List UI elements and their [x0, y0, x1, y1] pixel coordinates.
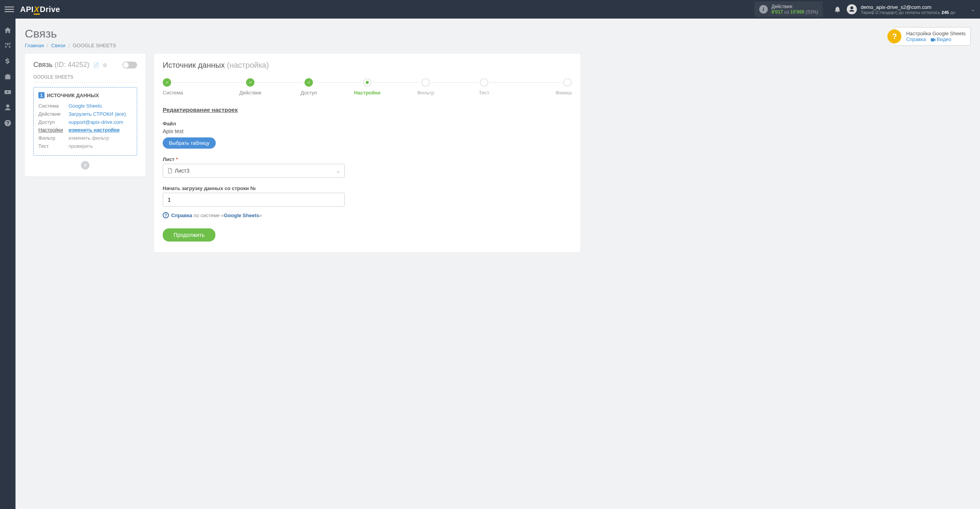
- home-icon[interactable]: [4, 26, 12, 34]
- mc-subtitle: (настройка): [227, 61, 269, 69]
- source-row-key: Фильтр: [38, 134, 69, 142]
- source-row[interactable]: Тестпроверить: [38, 142, 132, 151]
- source-row[interactable]: СистемаGoogle Sheets: [38, 102, 132, 110]
- briefcase-icon[interactable]: [4, 73, 12, 81]
- crumb-home[interactable]: Главная: [25, 43, 44, 48]
- breadcrumb: Главная / Связи / GOOGLE SHEETS: [25, 43, 116, 48]
- question-circle-icon: ?: [163, 212, 169, 218]
- dollar-icon[interactable]: [4, 57, 12, 65]
- video-icon: [930, 38, 936, 42]
- step-label: Доступ: [301, 90, 317, 96]
- stepper: СистемаДействиеДоступНастройкиФильтрТест…: [163, 78, 572, 96]
- file-value: Apix test: [163, 128, 572, 134]
- source-row[interactable]: Настройкиизменить настройки: [38, 126, 132, 134]
- source-row[interactable]: ДействиеЗагрузить СТРОКИ (все): [38, 110, 132, 118]
- user-menu[interactable]: demo_apix-drive_s2@com.com Тариф |Станда…: [847, 4, 975, 15]
- connections-icon[interactable]: [4, 42, 12, 50]
- logo-part-2: X: [34, 5, 40, 15]
- step-доступ[interactable]: Доступ: [280, 78, 338, 96]
- section-title: Редактирование настроек: [163, 106, 572, 113]
- enable-toggle[interactable]: [122, 62, 137, 69]
- file-label: Файл: [163, 121, 572, 127]
- continue-button[interactable]: Продолжить: [163, 228, 215, 242]
- row-label: Начать загрузку данных со строки №: [163, 185, 572, 191]
- top-header: APIXDrive i Действия: 8'017 из 15'000 (5…: [0, 0, 980, 19]
- source-row-value: проверить: [69, 142, 93, 151]
- crumb-current: GOOGLE SHEETS: [73, 43, 116, 48]
- side-card: Связь (ID: 44252) 📄 ⚙ GOOGLE SHEETS 1 ИС…: [25, 54, 146, 177]
- logo-part-3: Drive: [40, 5, 60, 14]
- step-действие[interactable]: Действие: [221, 78, 280, 96]
- side-subtitle: GOOGLE SHEETS: [33, 74, 137, 82]
- mc-title: Источник данных: [163, 61, 225, 69]
- menu-icon[interactable]: [5, 5, 14, 14]
- help-system-name[interactable]: Google Sheets: [224, 213, 259, 218]
- sheet-value: Лист3: [175, 168, 189, 174]
- badge-1: 1: [38, 92, 45, 98]
- step-система[interactable]: Система: [163, 78, 221, 96]
- add-button[interactable]: +: [81, 161, 89, 170]
- info-icon: i: [759, 5, 768, 14]
- source-row-key: Действие: [38, 110, 69, 118]
- row-input[interactable]: [163, 193, 345, 207]
- step-фильтр: Фильтр: [396, 78, 455, 96]
- step-dot: [421, 78, 430, 87]
- source-box: 1 ИСТОЧНИК ДАННЫХ СистемаGoogle SheetsДе…: [33, 87, 137, 156]
- help-video-link[interactable]: Видео: [937, 36, 951, 42]
- side-id: (ID: 44252): [55, 61, 89, 69]
- source-row[interactable]: Доступsupport@apix-drive.com: [38, 118, 132, 127]
- chevron-down-icon: ⌵: [337, 168, 340, 174]
- crumb-links[interactable]: Связи: [51, 43, 65, 48]
- required-mark: *: [176, 156, 178, 162]
- step-dot: [163, 78, 171, 87]
- avatar-icon: [847, 4, 857, 14]
- help-ref-link[interactable]: Справка: [906, 36, 926, 42]
- bell-icon[interactable]: [834, 5, 841, 13]
- step-dot: [363, 78, 371, 87]
- step-label: Действие: [239, 90, 261, 96]
- user-icon[interactable]: [4, 104, 12, 111]
- main-card: Источник данных (настройка) СистемаДейст…: [154, 54, 580, 252]
- left-rail: [0, 19, 15, 509]
- source-row-key: Система: [38, 102, 69, 110]
- source-box-title: ИСТОЧНИК ДАННЫХ: [47, 93, 99, 98]
- help-box: ? Настройка Google Sheets Справка Видео: [894, 27, 971, 46]
- user-tariff: Тариф |Стандарт| до оплаты осталось 245 …: [861, 10, 955, 15]
- source-row-key: Доступ: [38, 118, 69, 127]
- source-row[interactable]: Фильтризменить фильтр: [38, 134, 132, 142]
- step-label: Тест: [479, 90, 489, 96]
- help-icon[interactable]: [4, 119, 12, 127]
- step-dot: [563, 78, 572, 87]
- source-row-key: Настройки: [38, 126, 69, 134]
- source-row-key: Тест: [38, 142, 69, 151]
- help-system-link[interactable]: Справка: [171, 213, 192, 218]
- copy-icon[interactable]: 📄: [93, 62, 99, 68]
- side-title: Связь: [33, 61, 53, 69]
- choose-table-button[interactable]: Выбрать таблицу: [163, 137, 216, 149]
- step-label: Система: [163, 90, 183, 96]
- step-тест: Тест: [455, 78, 513, 96]
- source-row-value: Загрузить СТРОКИ (все): [69, 110, 126, 118]
- step-dot: [246, 78, 254, 87]
- source-row-value: Google Sheets: [69, 102, 102, 110]
- actions-counter[interactable]: i Действия: 8'017 из 15'000 (53%): [755, 2, 823, 17]
- source-row-value: изменить настройки: [69, 126, 120, 134]
- step-финиш: Финиш: [513, 78, 572, 96]
- question-icon[interactable]: ?: [887, 29, 901, 43]
- actions-of: из: [784, 9, 789, 15]
- step-label: Финиш: [555, 90, 572, 96]
- actions-count: 8'017: [772, 9, 783, 15]
- step-настройки[interactable]: Настройки: [338, 78, 397, 96]
- chevron-down-icon: ⌄: [971, 6, 975, 12]
- user-email: demo_apix-drive_s2@com.com: [861, 4, 955, 10]
- sheet-select[interactable]: Лист3 ⌵: [163, 164, 345, 178]
- source-row-value: support@apix-drive.com: [69, 118, 123, 127]
- logo-part-1: API: [20, 5, 34, 14]
- youtube-icon[interactable]: [4, 88, 12, 96]
- sheet-icon: [168, 168, 172, 173]
- gear-icon[interactable]: ⚙: [103, 62, 107, 68]
- logo[interactable]: APIXDrive: [20, 5, 60, 14]
- help-line: ? Справка по системе «Google Sheets»: [163, 212, 572, 218]
- step-label: Настройки: [354, 90, 381, 96]
- step-dot: [304, 78, 313, 87]
